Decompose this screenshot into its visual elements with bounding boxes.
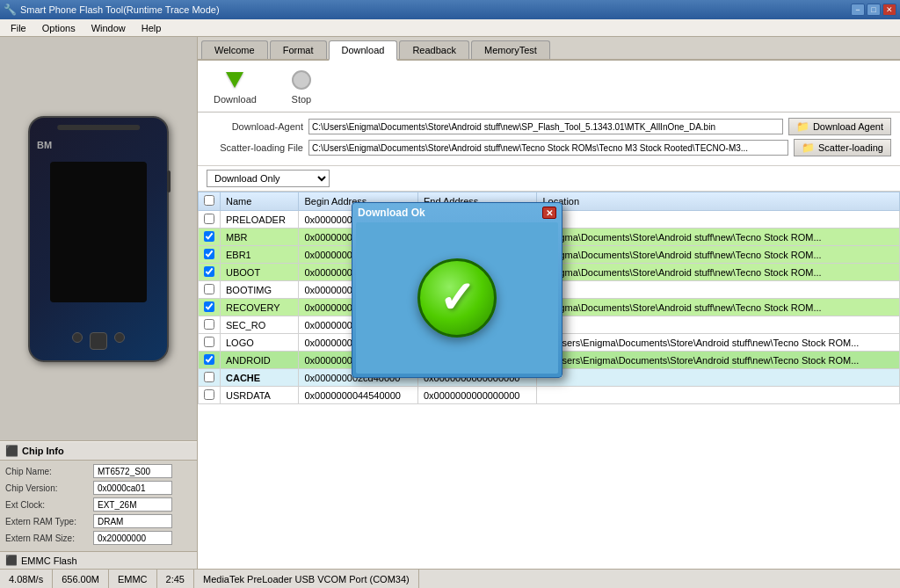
chip-version-value	[93, 481, 172, 495]
folder-icon: 📁	[796, 120, 809, 133]
menu-help[interactable]: Help	[134, 21, 169, 35]
menu-bar: File Options Window Help	[0, 19, 900, 37]
row-check-usrdata[interactable]	[204, 389, 214, 400]
row-check-bootimg[interactable]	[204, 284, 214, 294]
chip-clock-label: Ext Clock:	[5, 500, 93, 510]
menu-window[interactable]: Window	[84, 21, 133, 35]
dropdown-row: Download Only Firmware Upgrade Format Al…	[198, 166, 900, 192]
chip-row-clock: Ext Clock:	[5, 497, 192, 512]
tab-welcome[interactable]: Welcome	[201, 40, 268, 59]
row-loc-cache	[537, 369, 900, 387]
menu-options[interactable]: Options	[35, 21, 83, 35]
phone-screen	[50, 162, 147, 302]
phone-top-bar	[57, 125, 140, 130]
chip-fields: Chip Name: Chip Version: Ext Clock: Exte…	[0, 461, 197, 551]
row-check-uboot[interactable]	[204, 266, 214, 277]
tab-download[interactable]: Download	[329, 40, 398, 61]
stop-label: Stop	[292, 94, 312, 105]
row-check-preloader[interactable]	[204, 214, 214, 224]
check-circle: ✓	[417, 258, 497, 338]
row-name-usrdata: USRDATA	[221, 387, 299, 404]
chip-icon: ⬛	[5, 445, 18, 457]
row-end-usrdata: 0x0000000000000000	[417, 387, 537, 404]
emmc-icon: ⬛	[5, 555, 18, 566]
download-ok-dialog[interactable]: Download Ok ✕ ✓	[352, 202, 562, 378]
row-check-cache[interactable]	[204, 372, 214, 382]
chip-ram-size-value	[93, 531, 172, 545]
row-loc-bootimg	[537, 281, 900, 299]
chip-row-version: Chip Version:	[5, 481, 192, 495]
row-check-secro[interactable]	[204, 319, 214, 330]
status-size: 656.00M	[53, 570, 109, 588]
phone-model-label: BM	[37, 140, 52, 150]
chip-version-label: Chip Version:	[5, 483, 93, 493]
select-all-checkbox[interactable]	[204, 195, 214, 206]
row-loc-android: C:\Users\Enigma\Documents\Store\Android …	[537, 352, 900, 369]
row-name-bootimg: BOOTIMG	[221, 281, 299, 299]
row-loc-uboot: \Enigma\Documents\Store\Android stuff\ne…	[537, 264, 900, 281]
table-row: USRDATA 0x0000000044540000 0x00000000000…	[199, 387, 900, 404]
menu-file[interactable]: File	[4, 21, 33, 35]
stop-icon	[288, 68, 315, 92]
download-icon	[221, 68, 248, 92]
chip-ram-type-value	[93, 514, 172, 528]
check-mark: ✓	[439, 276, 475, 320]
restore-button[interactable]: □	[867, 4, 881, 16]
row-name-cache: CACHE	[221, 369, 299, 387]
row-check-android[interactable]	[204, 354, 214, 365]
stop-button[interactable]: Stop	[281, 66, 322, 106]
row-begin-usrdata: 0x0000000044540000	[299, 387, 418, 404]
row-loc-usrdata	[537, 387, 900, 404]
folder-icon-2: 📁	[802, 142, 815, 154]
scatter-loading-button[interactable]: 📁 Scatter-loading	[794, 139, 891, 156]
row-loc-logo: C:\Users\Enigma\Documents\Store\Android …	[537, 334, 900, 352]
scatter-btn-label: Scatter-loading	[818, 142, 883, 153]
chip-ram-type-label: Extern RAM Type:	[5, 517, 93, 526]
minimize-button[interactable]: −	[851, 4, 865, 16]
row-name-android: ANDROID	[221, 352, 299, 369]
tab-memorytest[interactable]: MemoryTest	[471, 40, 550, 59]
status-port: MediaTek PreLoader USB VCOM Port (COM34)	[194, 570, 419, 588]
download-label: Download	[214, 94, 257, 105]
emmc-bar: ⬛ EMMC Flash	[0, 551, 197, 569]
download-agent-label: Download-Agent	[207, 121, 303, 132]
phone-display: BM MT6572	[0, 37, 197, 440]
row-loc-recovery: \Enigma\Documents\Store\Android stuff\ne…	[537, 299, 900, 316]
close-button[interactable]: ✕	[882, 4, 896, 16]
title-bar: 🔧 Smart Phone Flash Tool(Runtime Trace M…	[0, 0, 900, 19]
dialog-body: ✓	[356, 222, 558, 374]
row-name-ebr1: EBR1	[221, 246, 299, 264]
row-name-uboot: UBOOT	[221, 264, 299, 281]
chip-info-panel: ⬛ Chip Info Chip Name: Chip Version: Ext…	[0, 440, 197, 551]
chip-name-label: Chip Name:	[5, 467, 93, 476]
download-button[interactable]: Download	[207, 66, 264, 106]
row-loc-preloader	[537, 211, 900, 229]
chip-row-ram-type: Extern RAM Type:	[5, 514, 192, 528]
tab-bar: Welcome Format Download Readback MemoryT…	[198, 37, 900, 61]
col-name: Name	[221, 192, 299, 211]
row-loc-ebr1: \Enigma\Documents\Store\Android stuff\ne…	[537, 246, 900, 264]
chip-info-title: Chip Info	[22, 446, 64, 456]
row-name-logo: LOGO	[221, 334, 299, 352]
emmc-label: EMMC Flash	[21, 555, 77, 566]
download-agent-path[interactable]	[308, 119, 783, 134]
row-check-mbr[interactable]	[204, 231, 214, 242]
dialog-title: Download Ok	[358, 207, 425, 219]
row-loc-mbr: \Enigma\Documents\Store\Android stuff\ne…	[537, 229, 900, 246]
download-mode-select[interactable]: Download Only Firmware Upgrade Format Al…	[207, 170, 330, 187]
toolbar: Download Stop	[198, 61, 900, 113]
row-name-mbr: MBR	[221, 229, 299, 246]
scatter-path[interactable]	[308, 140, 788, 156]
row-check-ebr1[interactable]	[204, 249, 214, 259]
col-check	[199, 192, 221, 211]
chip-ram-size-label: Extern RAM Size:	[5, 534, 93, 543]
dialog-close-button[interactable]: ✕	[542, 207, 556, 219]
row-name-preloader: PRELOADER	[221, 211, 299, 229]
tab-format[interactable]: Format	[270, 40, 327, 59]
scatter-label: Scatter-loading File	[207, 142, 303, 153]
tab-readback[interactable]: Readback	[399, 40, 469, 59]
download-agent-button[interactable]: 📁 Download Agent	[788, 118, 891, 135]
dialog-title-bar: Download Ok ✕	[352, 203, 562, 222]
row-check-recovery[interactable]	[204, 301, 214, 312]
row-check-logo[interactable]	[204, 337, 214, 347]
